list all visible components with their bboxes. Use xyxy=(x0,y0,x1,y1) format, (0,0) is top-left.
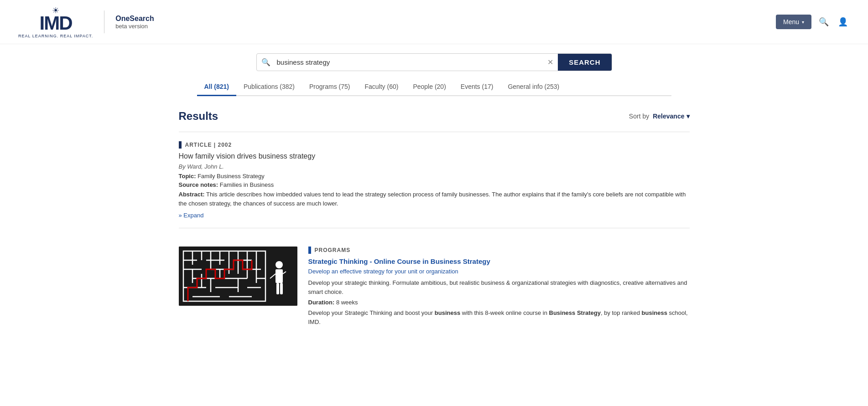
results-divider xyxy=(179,132,690,132)
header-right: Menu ▾ 🔍 👤 xyxy=(776,15,850,29)
menu-label: Menu xyxy=(783,18,799,26)
result-item-1: ARTICLE | 2002 How family vision drives … xyxy=(179,141,690,219)
tabs-list: All (821) Publications (382) Programs (7… xyxy=(197,78,671,96)
tab-events[interactable]: Events (17) xyxy=(453,78,501,96)
sort-area: Sort by Relevance ▾ xyxy=(629,113,690,120)
source-label: Source notes: xyxy=(179,181,218,188)
onesearch-label: OneSearch xyxy=(115,15,154,23)
result-subtitle-2: Develop an effective strategy for your u… xyxy=(308,268,690,275)
sort-value: Relevance xyxy=(653,113,684,120)
tabs-area: All (821) Publications (382) Programs (7… xyxy=(179,78,690,96)
header-left: ☀ IMD REAL LEARNING. REAL IMPACT. OneSea… xyxy=(18,5,154,38)
search-icon: 🔍 xyxy=(257,58,275,67)
result-desc1-2: Develop your strategic thinking. Formula… xyxy=(308,278,690,296)
bold-business-2: business xyxy=(642,309,667,316)
result-abstract-1: Abstract: This article describes how imb… xyxy=(179,190,690,208)
expand-link-1[interactable]: » Expand xyxy=(179,212,204,219)
svg-rect-33 xyxy=(275,269,283,283)
result-topic-1: Topic: Family Business Strategy xyxy=(179,173,690,180)
svg-rect-36 xyxy=(276,283,279,294)
tab-general-info[interactable]: General info (253) xyxy=(500,78,567,96)
results-area: Results Sort by Relevance ▾ ARTICLE | 20… xyxy=(161,96,708,352)
result-desc2-2: Develop your Strategic Thinking and boos… xyxy=(308,308,690,326)
result-type-bar-1: ARTICLE | 2002 xyxy=(179,141,690,149)
sort-dropdown[interactable]: Relevance ▾ xyxy=(653,113,689,120)
result-image-2 xyxy=(179,247,297,306)
logo-text: IMD xyxy=(40,14,72,33)
sort-label: Sort by xyxy=(629,113,649,120)
search-input[interactable] xyxy=(275,54,543,71)
logo-area: ☀ IMD REAL LEARNING. REAL IMPACT. OneSea… xyxy=(18,5,154,38)
search-area: 🔍 ✕ SEARCH All (821) Publications (382) … xyxy=(161,44,708,96)
type-indicator-2 xyxy=(308,247,311,254)
tab-faculty[interactable]: Faculty (60) xyxy=(358,78,406,96)
result-title-2[interactable]: Strategic Thinking - Online Course in Bu… xyxy=(308,257,690,265)
search-bar: 🔍 ✕ SEARCH xyxy=(256,53,612,71)
tab-programs[interactable]: Programs (75) xyxy=(302,78,357,96)
duration-label: Duration: xyxy=(308,299,335,306)
clear-button[interactable]: ✕ xyxy=(543,58,558,67)
user-icon-button[interactable]: 👤 xyxy=(836,15,850,29)
svg-point-32 xyxy=(275,261,283,268)
result-title-1[interactable]: How family vision drives business strate… xyxy=(179,152,690,160)
search-button[interactable]: SEARCH xyxy=(558,54,611,71)
maze-image xyxy=(179,247,297,306)
bold-business-strategy: Business Strategy xyxy=(549,309,601,316)
type-label-1: ARTICLE | 2002 xyxy=(185,142,232,148)
result-item-2: PROGRAMS Strategic Thinking - Online Cou… xyxy=(179,237,690,338)
chevron-down-icon: ▾ xyxy=(802,20,804,25)
tab-publications[interactable]: Publications (382) xyxy=(236,78,302,96)
imd-logo: ☀ IMD REAL LEARNING. REAL IMPACT. xyxy=(18,5,93,38)
bold-business-1: business xyxy=(435,309,460,316)
site-header: ☀ IMD REAL LEARNING. REAL IMPACT. OneSea… xyxy=(0,0,868,44)
svg-rect-37 xyxy=(280,283,283,294)
results-divider-2 xyxy=(179,228,690,228)
logo-divider xyxy=(104,10,104,33)
sort-chevron-icon: ▾ xyxy=(686,113,690,120)
result-type-bar-2: PROGRAMS xyxy=(308,247,690,254)
results-title: Results xyxy=(179,110,218,123)
results-header: Results Sort by Relevance ▾ xyxy=(179,110,690,123)
result-source-1: Source notes: Families in Business xyxy=(179,181,690,188)
logo-tagline: REAL LEARNING. REAL IMPACT. xyxy=(18,34,93,38)
type-indicator-1 xyxy=(179,141,182,149)
result-duration-2: Duration: 8 weeks xyxy=(308,299,690,306)
result-author-1: By Ward, John L. xyxy=(179,163,690,170)
result-content-2: PROGRAMS Strategic Thinking - Online Cou… xyxy=(308,247,690,329)
menu-button[interactable]: Menu ▾ xyxy=(776,15,811,29)
type-label-2: PROGRAMS xyxy=(315,247,351,253)
topic-label: Topic: xyxy=(179,173,196,180)
beta-label: beta version xyxy=(115,23,148,30)
search-icon-button[interactable]: 🔍 xyxy=(817,15,831,29)
tab-all[interactable]: All (821) xyxy=(197,78,236,96)
abstract-label: Abstract: xyxy=(179,191,205,198)
onesearch-branding: OneSearch beta version xyxy=(115,15,154,30)
tab-people[interactable]: People (20) xyxy=(405,78,453,96)
